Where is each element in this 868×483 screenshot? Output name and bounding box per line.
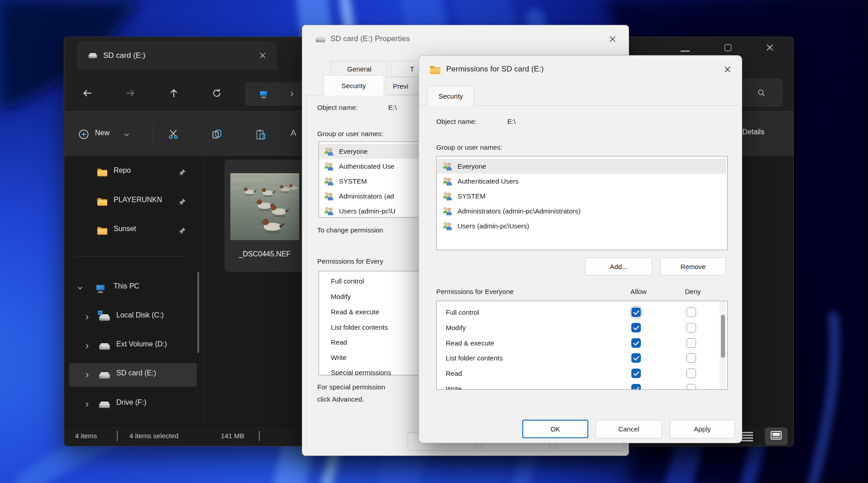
deny-checkbox[interactable]	[687, 323, 696, 332]
forward-icon[interactable]	[125, 88, 136, 99]
special-permissions-note-line2: click Advanced.	[317, 394, 364, 405]
new-button[interactable]: New	[75, 122, 146, 147]
file-tile-selected[interactable]: _DSC0445.NEF	[224, 160, 305, 272]
permission-name: Read & execute	[331, 304, 379, 320]
copy-icon[interactable]	[211, 128, 223, 140]
sidebar-item-sd-card-e[interactable]: SD card (E:)	[69, 363, 197, 387]
toolbar-divider	[153, 125, 153, 143]
this-pc-icon	[95, 282, 106, 294]
tab-security[interactable]: Security	[323, 75, 384, 95]
permission-name: Write	[446, 381, 462, 390]
thumbnail-view-icon	[771, 431, 782, 440]
tab-security[interactable]: Security	[427, 85, 474, 106]
sidebar-item-label: SD card (E:)	[116, 369, 156, 377]
group-row-selected[interactable]: Everyone	[437, 159, 726, 174]
permission-name: List folder contents	[446, 350, 503, 366]
remove-button-label: Remove	[681, 263, 706, 270]
folder-icon	[96, 225, 108, 237]
back-icon[interactable]	[82, 88, 93, 99]
group-list[interactable]: Everyone Authenticated Users SYSTEM Admi…	[436, 156, 728, 250]
group-row[interactable]: Administrators (admin-pc\Administrators)	[437, 204, 726, 218]
permissions-dialog-title: Permissions for SD card (E:)	[446, 65, 544, 74]
permission-row: Full control	[437, 305, 727, 320]
window-close-icon[interactable]	[765, 43, 774, 52]
remove-button[interactable]: Remove	[660, 257, 726, 275]
deny-checkbox[interactable]	[687, 369, 696, 378]
apply-button[interactable]: Apply	[670, 420, 735, 438]
explorer-tab[interactable]: SD card (E:)	[77, 42, 277, 70]
details-view-icon[interactable]	[741, 432, 753, 443]
deny-checkbox[interactable]	[687, 353, 696, 363]
sidebar-item-sunset[interactable]: Sunset	[69, 219, 197, 242]
drive-icon	[98, 369, 111, 382]
maximize-button[interactable]	[725, 44, 731, 51]
permission-name: Full control	[446, 305, 479, 320]
allow-checkbox[interactable]	[631, 338, 641, 348]
allow-checkbox[interactable]	[631, 369, 641, 378]
sidebar-item-label: Ext Volume (D:)	[116, 340, 167, 348]
add-button[interactable]: Add...	[585, 257, 652, 275]
allow-checkbox[interactable]	[631, 353, 641, 363]
group-row[interactable]: Authenticated Users	[437, 174, 726, 189]
users-icon	[442, 161, 453, 171]
sidebar-item-repo[interactable]: Repo	[69, 161, 197, 184]
rename-icon[interactable]: A	[291, 128, 296, 138]
sidebar-scrollbar[interactable]	[197, 272, 199, 353]
group-row[interactable]: SYSTEM	[437, 189, 726, 204]
chevron-right-icon[interactable]	[84, 343, 91, 350]
status-selected-count: 4 items selected	[129, 431, 178, 441]
allow-checkbox[interactable]	[631, 308, 641, 317]
allow-checkbox[interactable]	[631, 323, 641, 332]
up-icon[interactable]	[168, 88, 179, 99]
search-box[interactable]	[739, 79, 782, 106]
minimize-button[interactable]	[681, 51, 690, 52]
ok-button[interactable]: OK	[522, 420, 588, 438]
chevron-right-icon[interactable]	[84, 401, 91, 408]
paste-icon[interactable]	[255, 128, 267, 140]
sidebar-item-playerunkn[interactable]: PLAYERUNKN	[69, 190, 197, 213]
cut-icon[interactable]	[167, 128, 179, 140]
special-permissions-note-line1: For special permission	[317, 382, 385, 393]
dialog-close-icon[interactable]	[723, 65, 732, 74]
sidebar-item-label: Repo	[114, 166, 131, 175]
users-icon	[323, 176, 335, 186]
permissions-dialog: Permissions for SD card (E:) Security Ob…	[419, 55, 742, 443]
breadcrumb-chevron-icon[interactable]	[288, 90, 296, 98]
tab-label: Previ	[393, 82, 408, 90]
sidebar-item-local-disk-c[interactable]: Local Disk (C:)	[69, 305, 197, 329]
folder-icon	[96, 196, 108, 208]
deny-checkbox[interactable]	[687, 338, 696, 348]
users-icon	[323, 206, 335, 216]
refresh-icon[interactable]	[211, 88, 222, 99]
cancel-button-label: Cancel	[618, 425, 639, 433]
sidebar-item-ext-volume-d[interactable]: Ext Volume (D:)	[69, 334, 197, 358]
drive-icon	[88, 51, 98, 61]
details-pane-button[interactable]: Details	[742, 128, 764, 136]
permission-name: Read	[446, 366, 462, 381]
chevron-right-icon[interactable]	[84, 314, 91, 321]
chevron-right-icon[interactable]	[84, 372, 91, 379]
tab-label: Security	[439, 92, 463, 100]
object-name-value: E:\	[507, 116, 515, 127]
plus-circle-icon	[78, 128, 90, 140]
this-pc-icon	[258, 89, 269, 99]
group-row[interactable]: Users (admin-pc\Users)	[437, 218, 726, 233]
allow-checkbox[interactable]	[631, 384, 641, 390]
allow-column-label: Allow	[625, 286, 652, 297]
tab-general[interactable]: General	[331, 61, 388, 77]
thumbnail-view-button[interactable]	[765, 427, 787, 445]
deny-checkbox[interactable]	[687, 308, 696, 317]
permissions-table[interactable]: Full control Modify Read & execute List …	[436, 301, 728, 390]
chevron-down-icon[interactable]	[76, 284, 84, 292]
users-icon	[442, 191, 453, 201]
deny-checkbox[interactable]	[687, 384, 696, 390]
sidebar-item-drive-f[interactable]: Drive (F:)	[69, 393, 197, 416]
tab-close-icon[interactable]	[259, 52, 267, 59]
sidebar-item-this-pc[interactable]: This PC	[69, 276, 197, 300]
add-button-label: Add...	[610, 263, 627, 270]
permission-name: Full control	[331, 274, 364, 289]
cancel-button[interactable]: Cancel	[596, 420, 662, 438]
group-name: SYSTEM	[339, 177, 367, 185]
users-icon	[323, 191, 335, 201]
dialog-close-icon[interactable]	[608, 35, 617, 43]
